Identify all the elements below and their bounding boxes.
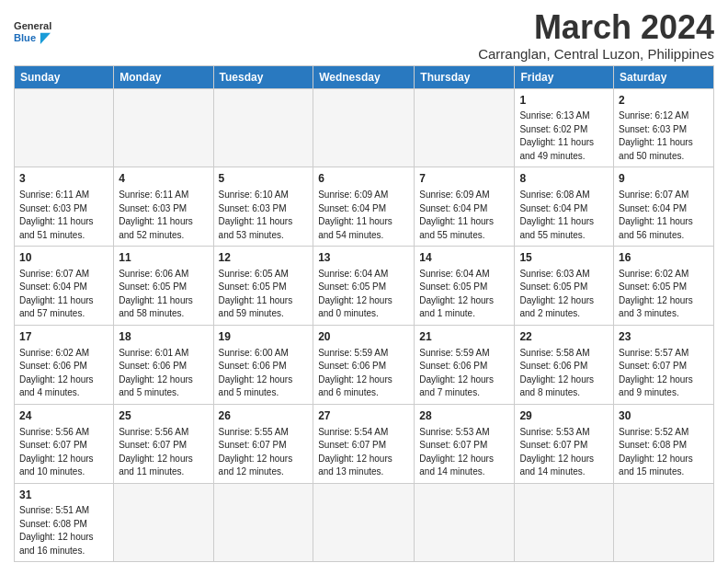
col-thursday: Thursday	[415, 65, 515, 88]
day-number: 28	[419, 408, 509, 424]
table-row: 30Sunrise: 5:52 AM Sunset: 6:08 PM Dayli…	[614, 404, 714, 483]
table-row: 27Sunrise: 5:54 AM Sunset: 6:07 PM Dayli…	[313, 404, 415, 483]
day-number: 19	[219, 329, 309, 345]
day-info: Sunrise: 6:03 AM Sunset: 6:05 PM Dayligh…	[519, 268, 609, 321]
day-info: Sunrise: 6:13 AM Sunset: 6:02 PM Dayligh…	[519, 109, 609, 163]
table-row	[213, 88, 313, 167]
day-number: 30	[619, 408, 709, 424]
table-row	[114, 483, 213, 562]
table-row: 20Sunrise: 5:59 AM Sunset: 6:06 PM Dayli…	[313, 325, 415, 404]
day-info: Sunrise: 6:05 AM Sunset: 6:05 PM Dayligh…	[219, 268, 309, 321]
day-number: 5	[219, 171, 309, 187]
logo-area: General Blue	[14, 9, 60, 50]
day-number: 27	[318, 408, 409, 424]
svg-text:Blue: Blue	[14, 32, 36, 43]
day-info: Sunrise: 5:57 AM Sunset: 6:07 PM Dayligh…	[619, 347, 709, 400]
day-number: 12	[219, 250, 309, 266]
day-info: Sunrise: 5:59 AM Sunset: 6:06 PM Dayligh…	[318, 347, 409, 400]
col-monday: Monday	[114, 65, 213, 88]
day-info: Sunrise: 5:55 AM Sunset: 6:07 PM Dayligh…	[219, 426, 309, 479]
table-row: 18Sunrise: 6:01 AM Sunset: 6:06 PM Dayli…	[114, 325, 213, 404]
svg-text:General: General	[14, 20, 51, 31]
table-row: 22Sunrise: 5:58 AM Sunset: 6:06 PM Dayli…	[515, 325, 614, 404]
day-number: 29	[519, 408, 609, 424]
day-number: 11	[119, 250, 208, 266]
day-number: 7	[419, 171, 509, 187]
day-info: Sunrise: 5:56 AM Sunset: 6:07 PM Dayligh…	[19, 426, 108, 479]
day-info: Sunrise: 6:09 AM Sunset: 6:04 PM Dayligh…	[419, 189, 509, 242]
table-row: 11Sunrise: 6:06 AM Sunset: 6:05 PM Dayli…	[114, 247, 213, 326]
day-info: Sunrise: 5:56 AM Sunset: 6:07 PM Dayligh…	[119, 426, 208, 479]
table-row	[415, 483, 515, 562]
day-number: 8	[519, 171, 609, 187]
svg-marker-2	[40, 33, 51, 44]
table-row: 19Sunrise: 6:00 AM Sunset: 6:06 PM Dayli…	[213, 325, 313, 404]
day-number: 9	[619, 171, 709, 187]
day-info: Sunrise: 5:53 AM Sunset: 6:07 PM Dayligh…	[519, 426, 609, 479]
generalblue-logo: General Blue	[14, 13, 60, 50]
table-row: 8Sunrise: 6:08 AM Sunset: 6:04 PM Daylig…	[515, 167, 614, 247]
header: General Blue March 2024 Carranglan, Cent…	[14, 9, 714, 62]
col-tuesday: Tuesday	[213, 65, 313, 88]
day-number: 23	[619, 329, 709, 345]
day-info: Sunrise: 6:02 AM Sunset: 6:06 PM Dayligh…	[19, 347, 108, 400]
month-title: March 2024	[478, 9, 714, 46]
day-info: Sunrise: 6:07 AM Sunset: 6:04 PM Dayligh…	[619, 189, 709, 242]
day-info: Sunrise: 6:08 AM Sunset: 6:04 PM Dayligh…	[519, 189, 609, 242]
table-row	[213, 483, 313, 562]
table-row	[15, 88, 114, 167]
day-number: 6	[318, 171, 409, 187]
table-row	[114, 88, 213, 167]
day-info: Sunrise: 6:10 AM Sunset: 6:03 PM Dayligh…	[219, 189, 309, 242]
table-row: 9Sunrise: 6:07 AM Sunset: 6:04 PM Daylig…	[614, 167, 714, 247]
day-number: 1	[519, 93, 609, 109]
col-sunday: Sunday	[15, 65, 114, 88]
calendar-table: Sunday Monday Tuesday Wednesday Thursday…	[14, 65, 714, 563]
day-info: Sunrise: 5:51 AM Sunset: 6:08 PM Dayligh…	[19, 504, 108, 557]
day-number: 3	[19, 171, 108, 187]
day-number: 13	[318, 250, 409, 266]
day-number: 22	[519, 329, 609, 345]
day-number: 25	[119, 408, 208, 424]
table-row	[515, 483, 614, 562]
day-number: 24	[19, 408, 108, 424]
table-row: 24Sunrise: 5:56 AM Sunset: 6:07 PM Dayli…	[15, 404, 114, 483]
col-friday: Friday	[515, 65, 614, 88]
table-row	[614, 483, 714, 562]
day-number: 31	[19, 488, 108, 503]
table-row: 5Sunrise: 6:10 AM Sunset: 6:03 PM Daylig…	[213, 167, 313, 247]
table-row	[313, 483, 415, 562]
day-number: 4	[119, 171, 208, 187]
table-row: 28Sunrise: 5:53 AM Sunset: 6:07 PM Dayli…	[415, 404, 515, 483]
table-row: 7Sunrise: 6:09 AM Sunset: 6:04 PM Daylig…	[415, 167, 515, 247]
day-info: Sunrise: 6:00 AM Sunset: 6:06 PM Dayligh…	[219, 347, 309, 400]
table-row: 13Sunrise: 6:04 AM Sunset: 6:05 PM Dayli…	[313, 247, 415, 326]
day-info: Sunrise: 5:52 AM Sunset: 6:08 PM Dayligh…	[619, 426, 709, 479]
table-row: 4Sunrise: 6:11 AM Sunset: 6:03 PM Daylig…	[114, 167, 213, 247]
table-row: 2Sunrise: 6:12 AM Sunset: 6:03 PM Daylig…	[614, 88, 714, 167]
table-row: 31Sunrise: 5:51 AM Sunset: 6:08 PM Dayli…	[15, 483, 114, 562]
subtitle: Carranglan, Central Luzon, Philippines	[478, 46, 714, 62]
table-row: 14Sunrise: 6:04 AM Sunset: 6:05 PM Dayli…	[415, 247, 515, 326]
day-number: 20	[318, 329, 409, 345]
table-row	[415, 88, 515, 167]
day-info: Sunrise: 6:12 AM Sunset: 6:03 PM Dayligh…	[619, 109, 709, 163]
calendar-header-row: Sunday Monday Tuesday Wednesday Thursday…	[15, 65, 714, 88]
day-info: Sunrise: 6:11 AM Sunset: 6:03 PM Dayligh…	[19, 189, 108, 242]
day-number: 17	[19, 329, 108, 345]
day-info: Sunrise: 6:09 AM Sunset: 6:04 PM Dayligh…	[318, 189, 409, 242]
day-number: 2	[619, 93, 709, 109]
table-row: 1Sunrise: 6:13 AM Sunset: 6:02 PM Daylig…	[515, 88, 614, 167]
day-info: Sunrise: 5:58 AM Sunset: 6:06 PM Dayligh…	[519, 347, 609, 400]
day-info: Sunrise: 6:01 AM Sunset: 6:06 PM Dayligh…	[119, 347, 208, 400]
table-row: 17Sunrise: 6:02 AM Sunset: 6:06 PM Dayli…	[15, 325, 114, 404]
page-container: General Blue March 2024 Carranglan, Cent…	[14, 9, 714, 562]
table-row: 6Sunrise: 6:09 AM Sunset: 6:04 PM Daylig…	[313, 167, 415, 247]
day-info: Sunrise: 5:59 AM Sunset: 6:06 PM Dayligh…	[419, 347, 509, 400]
table-row: 15Sunrise: 6:03 AM Sunset: 6:05 PM Dayli…	[515, 247, 614, 326]
day-number: 14	[419, 250, 509, 266]
table-row: 29Sunrise: 5:53 AM Sunset: 6:07 PM Dayli…	[515, 404, 614, 483]
table-row: 10Sunrise: 6:07 AM Sunset: 6:04 PM Dayli…	[15, 247, 114, 326]
table-row: 21Sunrise: 5:59 AM Sunset: 6:06 PM Dayli…	[415, 325, 515, 404]
table-row	[313, 88, 415, 167]
